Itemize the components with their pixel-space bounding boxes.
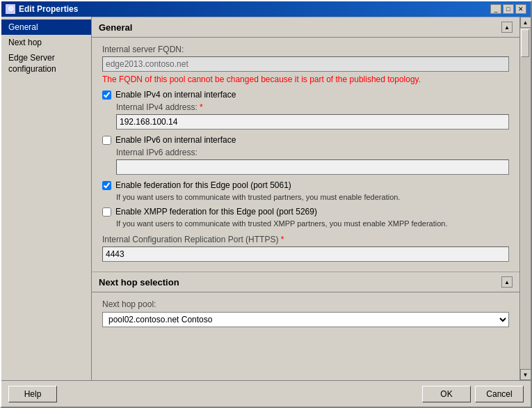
fqdn-error-text: The FQDN of this pool cannot be changed … (102, 74, 509, 84)
right-buttons: OK Cancel (422, 386, 524, 402)
sidebar: General Next hop Edge Serverconfiguratio… (1, 17, 92, 380)
sidebar-item-edge-server[interactable]: Edge Serverconfiguration (1, 50, 91, 77)
close-button[interactable]: ✕ (515, 4, 526, 14)
ipv6-checkbox-row: Enable IPv6 on internal interface (102, 135, 509, 145)
ipv6-address-field: Internal IPv6 address: (116, 148, 509, 175)
titlebar-title: ⚙ Edit Properties (6, 4, 78, 14)
replication-port-section: Internal Configuration Replication Port … (102, 235, 509, 262)
xmpp-checkbox[interactable] (102, 207, 111, 217)
titlebar-controls: _ □ ✕ (490, 4, 526, 14)
xmpp-info-text: If you want users to communicate with tr… (116, 219, 509, 228)
replication-port-input[interactable] (102, 246, 509, 262)
panel-content: General ▲ Internal server FQDN: The FQDN… (92, 17, 519, 380)
scroll-track (521, 28, 531, 369)
sidebar-item-general[interactable]: General (1, 19, 91, 35)
ok-button[interactable]: OK (422, 386, 471, 402)
main-content: General Next hop Edge Serverconfiguratio… (1, 17, 531, 380)
cancel-button[interactable]: Cancel (475, 386, 524, 402)
ipv6-address-label: Internal IPv6 address: (116, 148, 509, 157)
ipv4-checkbox-row: Enable IPv4 on internal interface (102, 90, 509, 100)
federation-info-text: If you want users to communicate with tr… (116, 193, 509, 201)
ipv4-address-label: Internal IPv4 address: (116, 102, 509, 112)
internal-fqdn-input[interactable] (102, 56, 509, 72)
nexthop-pool-label: Next hop pool: (102, 299, 509, 309)
scroll-up-button[interactable]: ▲ (520, 17, 531, 28)
xmpp-checkbox-label: Enable XMPP federation for this Edge poo… (115, 207, 317, 217)
internal-fqdn-label: Internal server FQDN: (102, 45, 509, 54)
general-section-body: Internal server FQDN: The FQDN of this p… (92, 38, 519, 269)
scroll-thumb[interactable] (521, 29, 529, 57)
general-section-header: General ▲ (92, 17, 519, 38)
ipv4-checkbox-label: Enable IPv4 on internal interface (115, 90, 236, 100)
federation-checkbox[interactable] (102, 181, 111, 190)
ipv6-address-input[interactable] (116, 159, 509, 175)
nexthop-section-title: Next hop selection (99, 277, 179, 288)
maximize-button[interactable]: □ (503, 4, 514, 14)
ipv4-address-field: Internal IPv4 address: (116, 102, 509, 130)
ipv6-checkbox[interactable] (102, 136, 111, 145)
ipv6-checkbox-label: Enable IPv6 on internal interface (115, 135, 236, 145)
minimize-button[interactable]: _ (490, 4, 501, 14)
replication-port-label: Internal Configuration Replication Port … (102, 235, 509, 244)
titlebar: ⚙ Edit Properties _ □ ✕ (1, 1, 531, 17)
scroll-down-button[interactable]: ▼ (520, 369, 531, 380)
ipv4-checkbox[interactable] (102, 91, 111, 100)
help-button[interactable]: Help (8, 386, 57, 402)
sidebar-item-next-hop[interactable]: Next hop (1, 35, 91, 50)
edit-properties-window: ⚙ Edit Properties _ □ ✕ General Next hop… (0, 0, 532, 408)
scrollbar: ▲ ▼ (519, 17, 531, 380)
nexthop-pool-dropdown-wrapper: pool02.contoso.net Contoso (102, 312, 509, 327)
panel-and-scroll: General ▲ Internal server FQDN: The FQDN… (92, 17, 531, 380)
nexthop-pool-select[interactable]: pool02.contoso.net Contoso (102, 312, 509, 327)
nexthop-section-header: Next hop selection ▲ (92, 272, 519, 292)
federation-checkbox-row: Enable federation for this Edge pool (po… (102, 180, 509, 190)
federation-checkbox-label: Enable federation for this Edge pool (po… (115, 180, 291, 190)
ipv4-address-input[interactable] (116, 114, 509, 130)
nexthop-collapse-button[interactable]: ▲ (501, 276, 513, 288)
xmpp-checkbox-row: Enable XMPP federation for this Edge poo… (102, 207, 509, 217)
general-section-title: General (99, 22, 132, 33)
window-icon: ⚙ (6, 4, 15, 14)
general-collapse-button[interactable]: ▲ (501, 22, 513, 33)
nexthop-section-body: Next hop pool: pool02.contoso.net Contos… (92, 292, 519, 334)
bottom-bar: Help OK Cancel (1, 380, 531, 407)
